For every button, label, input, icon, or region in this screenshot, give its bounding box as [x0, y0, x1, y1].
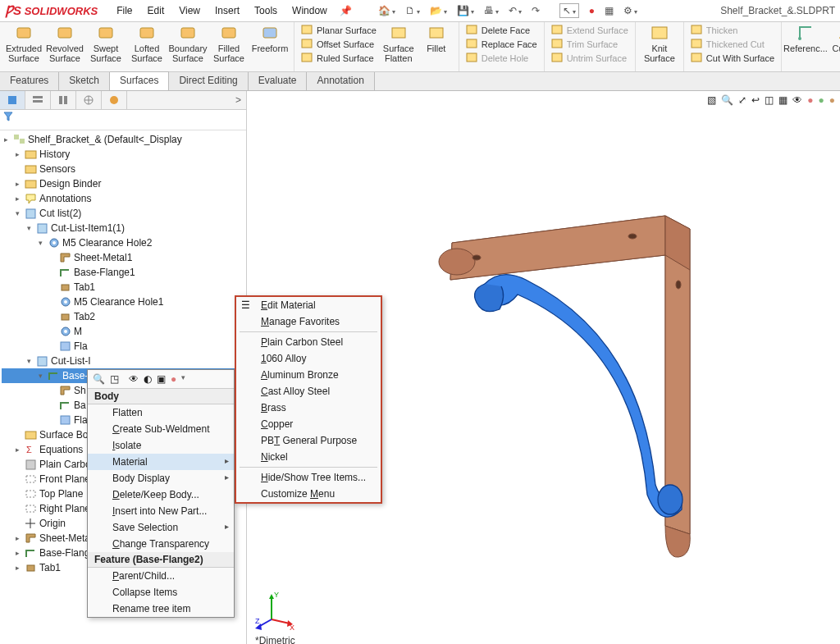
panel-tab-feature-tree[interactable] — [0, 91, 25, 109]
ctx-normal-icon[interactable]: ◳ — [110, 373, 119, 385]
expand-icon[interactable]: ▾ — [25, 224, 33, 232]
mat-pbt[interactable]: PBT General Purpose — [236, 432, 381, 449]
tab-evaluate[interactable]: Evaluate — [249, 72, 308, 90]
mat-customize-menu[interactable]: Customize Menu — [236, 486, 381, 502]
ctx-body-display[interactable]: Body Display — [88, 470, 234, 486]
ctx-create-subweldment[interactable]: CCreate Sub-Weldmentreate Sub-Weldment — [88, 421, 234, 437]
tree-item[interactable]: ▸Annotations — [2, 191, 246, 206]
lofted-button[interactable]: LoftedSurface — [127, 24, 167, 63]
expand-icon[interactable]: ▾ — [36, 239, 44, 247]
new-icon[interactable]: 🗋 — [405, 5, 420, 16]
tab-features[interactable]: Features — [0, 72, 59, 90]
tab-surfaces[interactable]: Surfaces — [110, 71, 169, 90]
open-icon[interactable]: 📂 — [430, 5, 447, 16]
tab-sketch[interactable]: Sketch — [59, 72, 110, 90]
tree-item[interactable]: Sensors — [2, 162, 246, 176]
mat-plain-carbon-steel[interactable]: Plain Carbon Steel — [236, 334, 381, 350]
pin-icon[interactable]: 📌 — [340, 5, 352, 16]
ctx-material[interactable]: Material — [88, 454, 234, 470]
tree-item[interactable]: Tab2 — [2, 309, 246, 324]
home-icon[interactable]: 🏠 — [378, 5, 395, 16]
tree-item[interactable]: ▾Cut-List-Item1(1) — [2, 221, 246, 235]
expand-icon[interactable]: ▾ — [36, 372, 44, 380]
mat-hide-show-tree[interactable]: Hide/Show Tree Items... — [236, 469, 381, 486]
undo-icon[interactable]: ↶ — [509, 5, 522, 16]
mat-copper[interactable]: Copper — [236, 416, 381, 432]
ctx-change-transparency[interactable]: Change Transparency — [88, 536, 234, 552]
replace-face-button[interactable]: Replace Face — [466, 38, 537, 50]
expand-icon[interactable]: ▾ — [25, 357, 33, 365]
expand-icon[interactable]: ▸ — [13, 180, 21, 188]
rebuild-icon[interactable]: ● — [589, 5, 595, 16]
menu-edit[interactable]: Edit — [148, 5, 165, 16]
tree-item[interactable]: Base-Flange1 — [2, 265, 246, 280]
expand-icon[interactable]: ▸ — [13, 445, 21, 454]
extruded-button[interactable]: ExtrudedSurface — [4, 24, 43, 63]
ctx-transparency-icon[interactable]: ◐ — [144, 373, 152, 385]
filled-button[interactable]: FilledSurface — [209, 24, 249, 63]
ctx-parent-child[interactable]: Parent/Child... — [88, 568, 234, 584]
orientation-triad[interactable]: Y X Z — [255, 591, 296, 632]
expand-icon[interactable]: ▸ — [13, 194, 21, 203]
expand-icon[interactable]: ▸ — [2, 135, 10, 144]
tab-direct-editing[interactable]: Direct Editing — [169, 72, 248, 90]
freeform-button[interactable]: Freeform — [250, 24, 290, 53]
revolved-button[interactable]: RevolvedSurface — [45, 24, 84, 63]
ctx-delete-keep-body[interactable]: Delete/Keep Body... — [88, 486, 234, 503]
curves-button[interactable]: Curves — [827, 24, 840, 53]
redo-icon[interactable]: ↷ — [532, 5, 540, 16]
options-icon-1[interactable]: ▦ — [605, 5, 614, 16]
display-style-icon[interactable]: ▦ — [778, 94, 788, 106]
apply-scene-icon[interactable]: ● — [819, 94, 824, 106]
mat-1060-alloy[interactable]: 1060 Alloy — [236, 350, 381, 367]
panel-tab-property[interactable] — [25, 91, 51, 109]
panel-expand-icon[interactable]: > — [231, 94, 246, 106]
ctx-isolate-icon[interactable]: ▣ — [157, 373, 166, 385]
ctx-flatten[interactable]: Flatten — [88, 404, 234, 421]
hide-show-icon[interactable]: 👁 — [792, 94, 802, 106]
mat-nickel[interactable]: Nickel — [236, 449, 381, 465]
print-icon[interactable]: 🖶 — [484, 5, 499, 16]
fillet-button[interactable]: Fillet — [418, 24, 454, 63]
expand-icon[interactable]: ▸ — [13, 150, 21, 158]
tree-item[interactable]: ▸History — [2, 147, 246, 162]
reference-button[interactable]: Referenc... — [786, 24, 825, 53]
expand-icon[interactable]: ▸ — [13, 564, 21, 572]
panel-tab-config[interactable] — [51, 91, 76, 109]
delete-face-button[interactable]: Delete Face — [466, 24, 537, 36]
tree-item[interactable]: M5 Clearance Hole1 — [2, 295, 246, 309]
ctx-insert-into-new-part[interactable]: Insert into New Part... — [88, 503, 234, 519]
previous-view-icon[interactable]: ↩ — [751, 94, 760, 106]
mat-aluminum-bronze[interactable]: Aluminum Bronze — [236, 367, 381, 383]
menu-insert[interactable]: Insert — [215, 5, 240, 16]
tree-item[interactable]: ▸Shelf_Bracket_& (Default<_Display — [2, 132, 246, 147]
boundary-button[interactable]: BoundarySurface — [168, 24, 208, 63]
expand-icon[interactable]: ▾ — [13, 209, 21, 217]
edit-appearance-icon[interactable]: ● — [807, 94, 813, 106]
tree-item[interactable]: ▾Cut list(2) — [2, 206, 246, 221]
ctx-hide-icon[interactable]: 👁 — [129, 373, 139, 385]
tree-item[interactable]: Sheet-Metal1 — [2, 250, 246, 265]
save-icon[interactable]: 💾 — [457, 5, 474, 16]
menu-file[interactable]: File — [116, 5, 132, 16]
surface-button[interactable]: SurfaceFlatten — [381, 24, 417, 63]
menu-tools[interactable]: Tools — [254, 5, 277, 16]
ctx-color-icon[interactable]: ● — [171, 373, 176, 385]
ctx-isolate[interactable]: Isolate — [88, 437, 234, 454]
planar-surface-button[interactable]: Planar Surface — [301, 24, 377, 36]
panel-tab-dimxpert[interactable] — [76, 91, 102, 109]
mat-manage-favorites[interactable]: Manage Favorites — [236, 313, 381, 330]
panel-tab-display[interactable] — [102, 91, 127, 109]
expand-icon[interactable]: ▸ — [13, 549, 21, 557]
zoom-fit-icon[interactable]: 🔍 — [721, 94, 733, 106]
tree-item[interactable]: ▸Design Binder — [2, 176, 246, 191]
tree-item[interactable]: ▾Cut-List-I — [2, 354, 246, 368]
tree-item[interactable]: ▾M5 Clearance Hole2 — [2, 235, 246, 250]
zoom-area-icon[interactable]: ⤢ — [738, 94, 746, 106]
view-cube-icon[interactable]: ▧ — [707, 94, 716, 106]
ruled-surface-button[interactable]: Ruled Surface — [301, 52, 377, 64]
menu-window[interactable]: Window — [292, 5, 327, 16]
knit-surface-button[interactable]: KnitSurface — [640, 24, 679, 63]
filter-bar[interactable] — [0, 110, 246, 130]
select-icon[interactable]: ↖ — [559, 3, 579, 18]
